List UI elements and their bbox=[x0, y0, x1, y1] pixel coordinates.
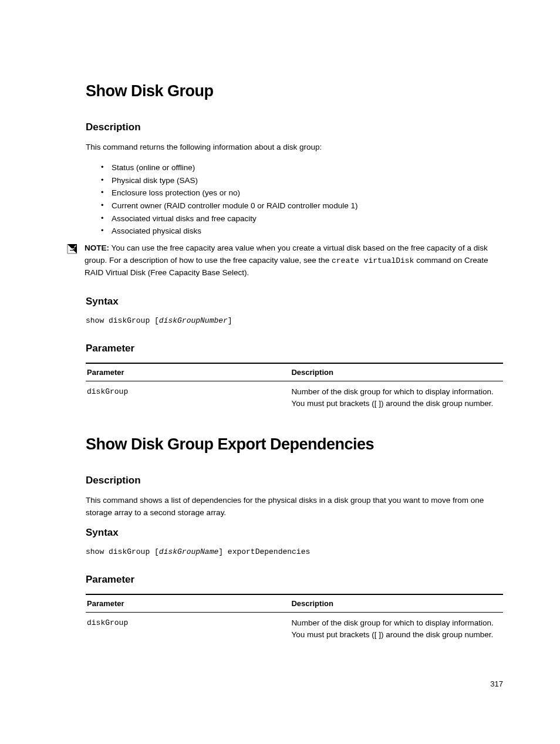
syntax-suffix: ] exportDependencies bbox=[218, 547, 310, 556]
table-cell-desc: Number of the disk group for which to di… bbox=[290, 381, 503, 414]
section-title: Show Disk Group bbox=[86, 82, 503, 100]
table-header-row: Parameter Description bbox=[86, 594, 503, 613]
page-number: 317 bbox=[490, 679, 503, 688]
table-cell-desc: Number of the disk group for which to di… bbox=[290, 613, 503, 646]
note-icon bbox=[67, 244, 77, 254]
table-cell-param: diskGroup bbox=[86, 613, 290, 646]
note-label: NOTE: bbox=[85, 244, 109, 252]
table-header-param: Parameter bbox=[86, 363, 290, 381]
description-text: This command shows a list of dependencie… bbox=[86, 495, 503, 519]
description-bullet-list: Status (online or offline) Physical disk… bbox=[86, 161, 503, 238]
section-title: Show Disk Group Export Dependencies bbox=[86, 435, 503, 454]
syntax-param: diskGroupNumber bbox=[159, 316, 228, 325]
note-inline-code: create virtualDisk bbox=[332, 256, 414, 265]
table-header-row: Parameter Description bbox=[86, 363, 503, 381]
table-cell-param: diskGroup bbox=[86, 381, 290, 414]
syntax-block: show diskGroup [diskGroupNumber] bbox=[86, 316, 503, 326]
syntax-heading: Syntax bbox=[86, 527, 503, 539]
syntax-param: diskGroupName bbox=[159, 547, 218, 556]
list-item: Current owner (RAID controller module 0 … bbox=[86, 199, 503, 212]
table-header-param: Parameter bbox=[86, 594, 290, 613]
parameter-table: Parameter Description diskGroup Number o… bbox=[86, 363, 503, 415]
list-item: Associated physical disks bbox=[86, 225, 503, 238]
parameter-heading: Parameter bbox=[86, 574, 503, 586]
table-header-desc: Description bbox=[290, 594, 503, 613]
parameter-table: Parameter Description diskGroup Number o… bbox=[86, 594, 503, 646]
description-intro: This command returns the following infor… bbox=[86, 141, 503, 153]
parameter-heading: Parameter bbox=[86, 343, 503, 354]
syntax-prefix: show diskGroup [ bbox=[86, 547, 159, 556]
syntax-heading: Syntax bbox=[86, 296, 503, 307]
list-item: Enclosure loss protection (yes or no) bbox=[86, 187, 503, 199]
note-block: NOTE: You can use the free capacity area… bbox=[67, 242, 503, 279]
list-item: Status (online or offline) bbox=[86, 161, 503, 174]
syntax-suffix: ] bbox=[228, 316, 232, 325]
list-item: Associated virtual disks and free capaci… bbox=[86, 212, 503, 225]
table-header-desc: Description bbox=[290, 363, 503, 381]
description-heading: Description bbox=[86, 121, 503, 133]
list-item: Physical disk type (SAS) bbox=[86, 174, 503, 187]
syntax-prefix: show diskGroup [ bbox=[86, 316, 159, 325]
description-heading: Description bbox=[86, 475, 503, 486]
note-text: NOTE: You can use the free capacity area… bbox=[85, 242, 503, 279]
syntax-block: show diskGroup [diskGroupName] exportDep… bbox=[86, 547, 503, 557]
table-row: diskGroup Number of the disk group for w… bbox=[86, 381, 503, 414]
table-row: diskGroup Number of the disk group for w… bbox=[86, 613, 503, 646]
